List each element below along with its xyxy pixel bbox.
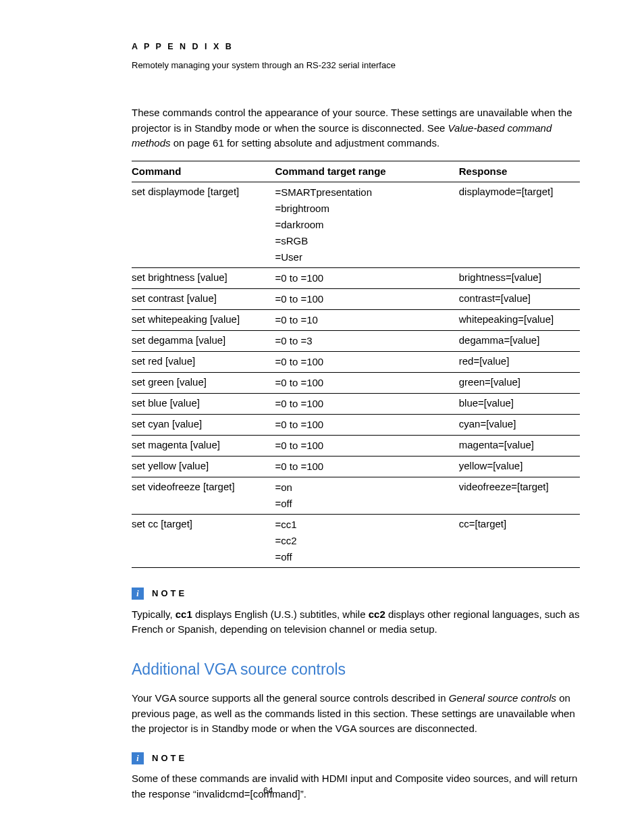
cell-range: =0 to =3 [275, 331, 458, 352]
note-label: NOTE [152, 587, 187, 600]
cell-response: magenta=[value] [459, 436, 580, 457]
note1-b2: cc2 [369, 608, 385, 620]
table-row: set cc [target]=cc1=cc2=offcc=[target] [132, 515, 580, 568]
table-row: set yellow [value]=0 to =100yellow=[valu… [132, 457, 580, 477]
th-range: Command target range [275, 161, 458, 182]
range-value: =darkroom [275, 217, 454, 233]
cell-command: set cc [target] [132, 515, 275, 568]
range-value: =off [275, 496, 454, 512]
cell-response: green=[value] [459, 373, 580, 394]
range-value: =brightroom [275, 201, 454, 217]
cell-response: contrast=[value] [459, 289, 580, 310]
cell-command: set red [value] [132, 352, 275, 373]
range-value: =0 to =100 [275, 396, 454, 412]
range-value: =sRGB [275, 233, 454, 249]
range-value: =0 to =100 [275, 375, 454, 391]
range-value: =on [275, 479, 454, 496]
table-row: set cyan [value]=0 to =100cyan=[value] [132, 415, 580, 436]
cell-range: =0 to =100 [275, 394, 458, 415]
cell-range: =on=off [275, 477, 458, 515]
note1-pre: Typically, [132, 608, 176, 620]
range-value: =0 to =100 [275, 459, 454, 475]
cell-response: displaymode=[target] [459, 182, 580, 268]
range-value: =0 to =100 [275, 417, 454, 433]
cell-response: red=[value] [459, 352, 580, 373]
appendix-label: A P P E N D I X B [132, 41, 580, 53]
info-icon: i [132, 752, 144, 764]
intro-post: on page 61 for setting absolute and adju… [171, 137, 440, 149]
table-row: set contrast [value]=0 to =100contrast=[… [132, 289, 580, 310]
table-row: set brightness [value]=0 to =100brightne… [132, 268, 580, 289]
note1-mid1: displays English (U.S.) subtitles, while [192, 608, 369, 620]
range-value: =0 to =3 [275, 333, 454, 349]
header-subtitle: Remotely managing your system through an… [132, 59, 580, 72]
range-value: =0 to =10 [275, 312, 454, 328]
note2-body: Some of these commands are invalid with … [132, 771, 580, 802]
cell-command: set brightness [value] [132, 268, 275, 289]
table-row: set whitepeaking [value]=0 to =10whitepe… [132, 310, 580, 331]
table-row: set displaymode [target]=SMARTpresentati… [132, 182, 580, 268]
cell-range: =cc1=cc2=off [275, 515, 458, 568]
range-value: =cc2 [275, 533, 454, 549]
cell-response: whitepeaking=[value] [459, 310, 580, 331]
range-value: =0 to =100 [275, 438, 454, 454]
intro-paragraph: These commands control the appearance of… [132, 105, 580, 151]
cell-command: set blue [value] [132, 394, 275, 415]
range-value: =off [275, 549, 454, 565]
cell-range: =0 to =100 [275, 268, 458, 289]
cell-command: set whitepeaking [value] [132, 310, 275, 331]
range-value: =0 to =100 [275, 270, 454, 286]
table-row: set degamma [value]=0 to =3degamma=[valu… [132, 331, 580, 352]
cell-response: cc=[target] [459, 515, 580, 568]
note-block-1: i NOTE Typically, cc1 displays English (… [132, 587, 580, 637]
cell-range: =0 to =100 [275, 373, 458, 394]
cell-response: blue=[value] [459, 394, 580, 415]
th-response: Response [459, 161, 580, 182]
section-pre: Your VGA source supports all the general… [132, 692, 449, 704]
range-value: =0 to =100 [275, 354, 454, 370]
cell-response: videofreeze=[target] [459, 477, 580, 515]
range-value: =0 to =100 [275, 291, 454, 307]
cell-command: set displaymode [target] [132, 182, 275, 268]
table-row: set green [value]=0 to =100green=[value] [132, 373, 580, 394]
note-label: NOTE [152, 752, 187, 765]
cell-command: set cyan [value] [132, 415, 275, 436]
section-body: Your VGA source supports all the general… [132, 691, 580, 737]
section-heading: Additional VGA source controls [132, 658, 580, 681]
cell-range: =SMARTpresentation=brightroom=darkroom=s… [275, 182, 458, 268]
cell-range: =0 to =100 [275, 436, 458, 457]
cell-command: set degamma [value] [132, 331, 275, 352]
cell-range: =0 to =100 [275, 457, 458, 477]
cell-response: cyan=[value] [459, 415, 580, 436]
commands-table: Command Command target range Response se… [132, 161, 580, 569]
table-row: set magenta [value]=0 to =100magenta=[va… [132, 436, 580, 457]
cell-range: =0 to =10 [275, 310, 458, 331]
note1-body: Typically, cc1 displays English (U.S.) s… [132, 607, 580, 637]
cell-response: degamma=[value] [459, 331, 580, 352]
cell-response: brightness=[value] [459, 268, 580, 289]
table-row: set red [value]=0 to =100red=[value] [132, 352, 580, 373]
cell-command: set yellow [value] [132, 457, 275, 477]
section-link: General source controls [449, 692, 556, 704]
range-value: =User [275, 249, 454, 265]
info-icon: i [132, 588, 144, 600]
cell-range: =0 to =100 [275, 289, 458, 310]
range-value: =SMARTpresentation [275, 184, 454, 201]
range-value: =cc1 [275, 517, 454, 533]
cell-command: set contrast [value] [132, 289, 275, 310]
table-row: set videofreeze [target]=on=offvideofree… [132, 477, 580, 515]
cell-range: =0 to =100 [275, 415, 458, 436]
cell-range: =0 to =100 [275, 352, 458, 373]
cell-command: set magenta [value] [132, 436, 275, 457]
page-number: 64 [263, 784, 273, 798]
cell-command: set videofreeze [target] [132, 477, 275, 515]
note1-b1: cc1 [176, 608, 192, 620]
cell-command: set green [value] [132, 373, 275, 394]
cell-response: yellow=[value] [459, 457, 580, 477]
table-row: set blue [value]=0 to =100blue=[value] [132, 394, 580, 415]
note-block-2: i NOTE Some of these commands are invali… [132, 752, 580, 802]
th-command: Command [132, 161, 275, 182]
